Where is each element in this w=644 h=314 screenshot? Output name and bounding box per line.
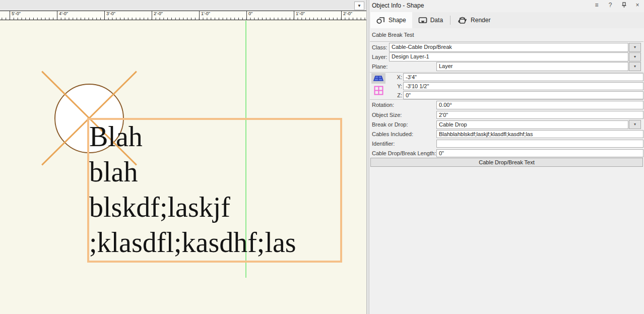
cable-length-label: Cable Drop/Break Length:: [372, 150, 436, 156]
tab-label: Render: [471, 17, 490, 24]
break-or-drop-field[interactable]: Cable Drop: [436, 120, 628, 129]
object-size-field[interactable]: 2'0": [436, 111, 643, 119]
layer-plane-mode-button[interactable]: [372, 85, 384, 96]
text-line: blah: [89, 154, 344, 190]
break-or-drop-label: Break or Drop:: [372, 121, 408, 128]
shape-tab-icon: [376, 16, 385, 24]
z-field[interactable]: 0": [403, 91, 643, 99]
ruler-dropdown-button[interactable]: ▼: [354, 2, 364, 10]
cable-drop-break-text-button[interactable]: Cable Drop/Break Text: [370, 158, 643, 167]
x-field[interactable]: -3'4": [403, 73, 643, 81]
render-teapot-icon: [458, 16, 468, 25]
cables-included-field[interactable]: Blahblahblskdf;laskjf;klasdfl;kasdhf;las: [436, 130, 643, 138]
help-icon[interactable]: ?: [607, 2, 614, 9]
drawing-area[interactable]: Blah blah blskdf;laskjf ;klasdfl;kasdhf;…: [0, 20, 366, 314]
class-field[interactable]: Cable-Cable Drop/Break: [389, 43, 628, 52]
screen-plane-mode-button[interactable]: [371, 73, 385, 84]
text-line: blskdf;laskjf: [89, 190, 344, 225]
class-label: Class:: [372, 44, 388, 50]
break-or-drop-dropdown-button[interactable]: ▾: [629, 120, 641, 129]
y-label: Y:: [392, 83, 402, 89]
pin-icon[interactable]: [620, 2, 627, 9]
tab-data[interactable]: Data: [412, 12, 449, 28]
x-label: X:: [392, 74, 402, 80]
tab-label: Data: [430, 17, 443, 24]
grid-icon: [374, 86, 383, 95]
cables-included-label: Cables Included:: [372, 131, 413, 137]
identifier-label: Identifier:: [372, 141, 395, 147]
separator: [370, 72, 643, 73]
tab-render[interactable]: Render: [452, 12, 496, 28]
rotation-label: Rotation:: [372, 102, 394, 108]
tab-label: Shape: [389, 17, 406, 24]
identifier-field[interactable]: [436, 140, 643, 148]
separator: [370, 99, 643, 100]
drawing-canvas[interactable]: ▼ 5'-0" 4'-0" 3'-0" 2'-0" 1'-0" 0" 1'-0"…: [0, 0, 366, 314]
object-info-panel: Object Info - Shape ≡ ? × Shape: [369, 0, 644, 314]
ruler-minor-ticks: [0, 18, 366, 20]
text-line: Blah: [89, 119, 344, 154]
text-line: ;klasdfl;kasdhf;las: [89, 225, 344, 260]
panel-header: Object Info - Shape ≡ ? ×: [369, 0, 644, 12]
tab-shape[interactable]: Shape: [370, 12, 412, 28]
plane-3d-icon: [373, 75, 384, 82]
layer-label: Layer:: [372, 54, 388, 60]
app-window: ▼ 5'-0" 4'-0" 3'-0" 2'-0" 1'-0" 0" 1'-0"…: [0, 0, 644, 314]
plane-dropdown-button[interactable]: ▾: [629, 62, 641, 71]
menu-icon[interactable]: ≡: [593, 2, 600, 9]
close-icon[interactable]: ×: [634, 2, 641, 9]
tab-separator: [450, 16, 450, 25]
layer-dropdown-button[interactable]: ▾: [629, 52, 641, 61]
class-dropdown-button[interactable]: ▾: [629, 43, 641, 52]
cable-break-text: Blah blah blskdf;laskjf ;klasdfl;kasdhf;…: [89, 119, 344, 260]
cable-length-field[interactable]: 0": [436, 149, 643, 157]
z-label: Z:: [392, 92, 402, 98]
object-type-label: Cable Break Test: [372, 32, 414, 38]
data-tab-icon: [418, 16, 427, 24]
object-size-label: Object Size:: [372, 112, 402, 118]
plane-label: Plane:: [372, 64, 388, 70]
plane-field[interactable]: Layer: [436, 62, 628, 71]
panel-tabbar: Shape Data Render: [369, 12, 644, 28]
y-field[interactable]: -3'10 1/2": [403, 82, 643, 90]
horizontal-ruler: 5'-0" 4'-0" 3'-0" 2'-0" 1'-0" 0" 1'-0" 2…: [0, 11, 366, 20]
panel-title: Object Info - Shape: [372, 2, 424, 9]
canvas-top-strip: [0, 0, 366, 11]
rotation-field[interactable]: 0.00°: [436, 101, 643, 109]
layer-field[interactable]: Design Layer-1: [389, 52, 628, 61]
